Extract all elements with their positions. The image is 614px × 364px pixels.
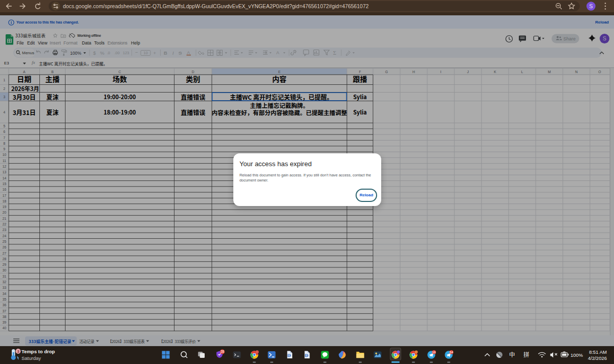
- svg-text:S: S: [589, 3, 593, 9]
- svg-text:8:51 AM: 8:51 AM: [589, 349, 607, 355]
- svg-text:28: 28: [221, 350, 225, 353]
- svg-text:4/2/2026: 4/2/2026: [588, 355, 607, 361]
- svg-text:16: 16: [432, 351, 436, 354]
- svg-text:100%: 100%: [571, 352, 583, 358]
- svg-text:54: 54: [450, 351, 453, 354]
- svg-text:拼: 拼: [523, 350, 530, 358]
- svg-text:中: 中: [509, 350, 515, 358]
- svg-text:3: 3: [17, 349, 19, 354]
